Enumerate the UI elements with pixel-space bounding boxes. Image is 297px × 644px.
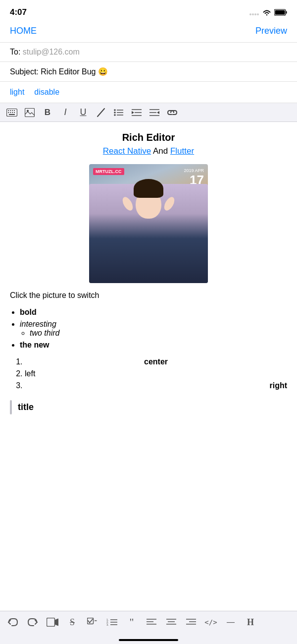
- numbered-item-3: right: [25, 381, 287, 390]
- bold-icon[interactable]: B: [42, 108, 53, 117]
- svg-point-2: [254, 13, 256, 15]
- to-label: To:: [10, 48, 20, 56]
- editor-area[interactable]: Rich Editor React Native And Flutter MRT…: [0, 122, 297, 469]
- svg-point-1: [252, 13, 254, 15]
- status-icons: [249, 9, 287, 16]
- editor-toolbar: B I U: [0, 103, 297, 122]
- battery-icon: [274, 9, 287, 16]
- subtitle-and: And: [153, 146, 170, 156]
- light-button[interactable]: light: [10, 88, 24, 97]
- signal-icon: [249, 9, 259, 15]
- subject-value: Rich Editor Bug 😀: [41, 67, 108, 76]
- svg-rect-13: [10, 112, 11, 113]
- home-button[interactable]: HOME: [10, 26, 37, 36]
- svg-text:3.: 3.: [106, 623, 109, 626]
- strikethrough-icon[interactable]: [95, 108, 107, 117]
- align-left-icon[interactable]: [144, 614, 159, 630]
- svg-rect-9: [10, 110, 11, 111]
- svg-rect-16: [9, 114, 15, 115]
- numbered-text-3: right: [269, 381, 287, 390]
- video-icon[interactable]: [45, 614, 60, 630]
- indent-right-icon[interactable]: [131, 109, 143, 117]
- svg-rect-15: [14, 112, 15, 113]
- italic-icon[interactable]: I: [59, 107, 71, 117]
- svg-rect-12: [8, 112, 9, 113]
- numbered-text-1: center: [144, 357, 168, 366]
- click-text: Click the picture to switch: [10, 291, 287, 300]
- numbered-list: center left right: [10, 357, 287, 390]
- indent-left-icon[interactable]: [148, 109, 160, 117]
- sub-bullet-item-1: two third: [30, 329, 287, 338]
- bullet-text-1: bold: [20, 308, 37, 316]
- image-icon[interactable]: [24, 108, 36, 117]
- bullet-item-1: bold: [20, 308, 287, 317]
- subject-field[interactable]: Subject: Rich Editor Bug 😀: [0, 62, 297, 82]
- editor-subtitle: React Native And Flutter: [10, 146, 287, 156]
- numbered-item-1: center: [25, 357, 287, 366]
- bullet-item-2: interesting two third: [20, 320, 287, 338]
- status-time: 4:07: [10, 7, 27, 17]
- svg-point-22: [114, 112, 116, 114]
- svg-point-20: [114, 109, 116, 111]
- svg-rect-8: [8, 110, 9, 111]
- flutter-link[interactable]: Flutter: [170, 146, 194, 156]
- editor-image[interactable]: MRTUZL.CC 2019 APR 17 CosPlay: [89, 164, 208, 283]
- underline-icon[interactable]: U: [77, 107, 89, 117]
- keyboard-icon[interactable]: [6, 109, 18, 117]
- image-container: MRTUZL.CC 2019 APR 17 CosPlay: [10, 164, 287, 283]
- disable-button[interactable]: disable: [34, 88, 59, 97]
- subject-label: Subject:: [10, 67, 39, 76]
- svg-rect-32: [47, 618, 55, 627]
- editor-title: Rich Editor: [10, 132, 287, 143]
- svg-rect-11: [14, 110, 15, 111]
- blockquote-text: title: [18, 400, 34, 414]
- checkbox-icon[interactable]: [84, 614, 100, 630]
- align-center-icon[interactable]: [163, 614, 179, 630]
- svg-rect-6: [275, 10, 285, 14]
- code-icon[interactable]: </>: [203, 614, 219, 630]
- svg-rect-10: [12, 110, 13, 111]
- bullet-text-3: the new: [20, 341, 50, 349]
- to-field[interactable]: To: stulip@126.com: [0, 43, 297, 62]
- nav-bar: HOME Preview: [0, 22, 297, 43]
- image-hair: [134, 179, 163, 198]
- redo-icon[interactable]: [25, 614, 41, 630]
- align-right-icon[interactable]: [183, 614, 199, 630]
- svg-line-19: [98, 109, 104, 117]
- preview-button[interactable]: Preview: [255, 26, 287, 36]
- blockquote-section: title: [10, 400, 287, 414]
- svg-rect-14: [12, 112, 13, 113]
- home-indicator: [119, 639, 178, 641]
- numbered-item-2: left: [25, 369, 287, 378]
- theme-row: light disable: [0, 82, 297, 103]
- hr-icon[interactable]: —: [223, 614, 239, 630]
- bottom-toolbar-row: S 1. 2. 3. ": [5, 614, 292, 630]
- bullet-list: bold interesting two third the new: [10, 308, 287, 350]
- bullet-item-3: the new: [20, 341, 287, 350]
- image-label-tl: MRTUZL.CC: [93, 168, 124, 175]
- numbered-text-2: left: [25, 369, 35, 378]
- link-icon[interactable]: [166, 110, 178, 116]
- bullet-text-2: interesting: [20, 320, 56, 328]
- blockquote2-icon[interactable]: ": [124, 614, 140, 630]
- status-bar: 4:07: [0, 0, 297, 22]
- heading-icon[interactable]: H: [243, 614, 258, 630]
- svg-rect-5: [286, 11, 287, 13]
- wifi-icon: [262, 9, 271, 16]
- strikethrough2-icon[interactable]: S: [64, 614, 80, 630]
- svg-point-0: [249, 13, 251, 15]
- svg-point-24: [114, 114, 116, 116]
- undo-icon[interactable]: [5, 614, 21, 630]
- sub-bullet-list: two third: [20, 329, 287, 338]
- react-native-link[interactable]: React Native: [103, 146, 151, 156]
- ordered-list-icon[interactable]: 1. 2. 3.: [104, 614, 120, 630]
- blockquote-bar: [10, 400, 12, 414]
- svg-point-3: [257, 13, 259, 15]
- unordered-list-icon[interactable]: [113, 108, 125, 117]
- to-value: stulip@126.com: [23, 48, 80, 56]
